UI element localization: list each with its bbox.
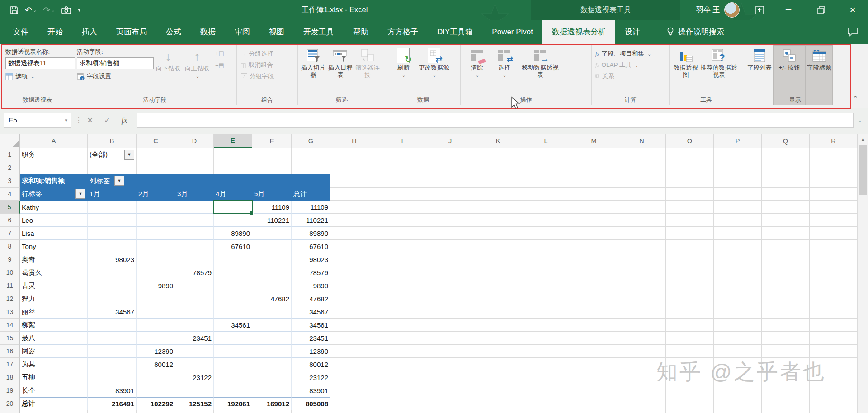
cell-H2[interactable] [330, 161, 378, 174]
cell-F15[interactable] [252, 332, 292, 345]
cell-K14[interactable] [474, 319, 522, 332]
row-header-18[interactable]: 18 [0, 371, 20, 384]
cell-O11[interactable] [666, 279, 714, 292]
cell-B18[interactable] [88, 371, 137, 384]
row-header-12[interactable]: 12 [0, 292, 20, 305]
cell-G17[interactable]: 80012 [292, 358, 330, 371]
cell-Q4[interactable] [762, 188, 810, 201]
cell-R14[interactable] [810, 319, 858, 332]
cell-G2[interactable] [292, 161, 330, 174]
cell-J14[interactable] [426, 319, 474, 332]
cell-F14[interactable] [252, 319, 292, 332]
cell-H21[interactable] [330, 410, 378, 413]
cell-B15[interactable] [88, 332, 137, 345]
cell-I4[interactable] [378, 188, 426, 201]
cell-K19[interactable] [474, 384, 522, 397]
tab-公式[interactable]: 公式 [156, 20, 191, 44]
cell-E6[interactable] [214, 214, 252, 227]
cell-I2[interactable] [378, 161, 426, 174]
tab-页面布局[interactable]: 页面布局 [107, 20, 156, 44]
cell-O3[interactable] [666, 174, 714, 188]
name-box[interactable]: E5 ▾ [4, 113, 71, 128]
cell-D10[interactable]: 78579 [175, 266, 214, 279]
cell-Q10[interactable] [762, 266, 810, 279]
cell-B4[interactable]: 1月 [88, 188, 137, 201]
cell-I9[interactable] [378, 253, 426, 266]
ribbon-display-options-button[interactable] [747, 0, 772, 20]
cell-E14[interactable]: 34561 [214, 319, 252, 332]
cell-L3[interactable] [522, 174, 570, 188]
cell-L4[interactable] [522, 188, 570, 201]
cell-G21[interactable] [292, 410, 330, 413]
cell-D12[interactable] [175, 292, 214, 305]
cell-A7[interactable]: Lisa [20, 227, 88, 240]
tab-数据[interactable]: 数据 [191, 20, 225, 44]
cell-A18[interactable]: 五柳 [20, 371, 88, 384]
pivot-name-input[interactable] [5, 57, 75, 69]
cell-F4[interactable]: 5月 [252, 188, 292, 201]
cell-N20[interactable] [618, 397, 666, 410]
column-header-M[interactable]: M [570, 134, 618, 148]
options-button[interactable]: 选项 ⌄ [5, 72, 73, 80]
cell-C18[interactable] [137, 371, 175, 384]
cell-H11[interactable] [330, 279, 378, 292]
cell-I15[interactable] [378, 332, 426, 345]
cell-E2[interactable] [214, 161, 252, 174]
cell-J11[interactable] [426, 279, 474, 292]
column-header-O[interactable]: O [666, 134, 714, 148]
insert-function-icon[interactable]: fx [117, 113, 132, 128]
cell-C11[interactable]: 9890 [137, 279, 175, 292]
cell-Q13[interactable] [762, 305, 810, 319]
cell-I8[interactable] [378, 240, 426, 253]
cell-N7[interactable] [618, 227, 666, 240]
filter-dropdown-icon[interactable]: ▼ [75, 189, 85, 199]
cell-M10[interactable] [570, 266, 618, 279]
cell-M2[interactable] [570, 161, 618, 174]
cell-P15[interactable] [714, 332, 762, 345]
cell-B14[interactable] [88, 319, 137, 332]
cell-Q7[interactable] [762, 227, 810, 240]
cell-L10[interactable] [522, 266, 570, 279]
cell-H1[interactable] [330, 148, 378, 161]
tab-插入[interactable]: 插入 [72, 20, 107, 44]
cell-O21[interactable] [666, 410, 714, 413]
cell-A9[interactable]: 奥奇 [20, 253, 88, 266]
cell-H13[interactable] [330, 305, 378, 319]
cell-D17[interactable] [175, 358, 214, 371]
cell-B6[interactable] [88, 214, 137, 227]
cell-M8[interactable] [570, 240, 618, 253]
row-header-10[interactable]: 10 [0, 266, 20, 279]
cell-B2[interactable] [88, 161, 137, 174]
cell-M21[interactable] [570, 410, 618, 413]
cell-R5[interactable] [810, 201, 858, 214]
cell-N11[interactable] [618, 279, 666, 292]
cell-P10[interactable] [714, 266, 762, 279]
cell-G4[interactable]: 总计 [292, 188, 330, 201]
cell-K2[interactable] [474, 161, 522, 174]
cell-E16[interactable] [214, 345, 252, 358]
cell-K21[interactable] [474, 410, 522, 413]
tab-开发工具[interactable]: 开发工具 [294, 20, 344, 44]
cell-J15[interactable] [426, 332, 474, 345]
cell-L8[interactable] [522, 240, 570, 253]
cell-E18[interactable] [214, 371, 252, 384]
cell-G13[interactable]: 34567 [292, 305, 330, 319]
cell-P13[interactable] [714, 305, 762, 319]
row-header-5[interactable]: 5 [0, 201, 20, 214]
tab-Power Pivot[interactable]: Power Pivot [482, 20, 542, 44]
cell-N8[interactable] [618, 240, 666, 253]
cell-N15[interactable] [618, 332, 666, 345]
camera-icon[interactable] [61, 6, 71, 14]
cell-M16[interactable] [570, 345, 618, 358]
cell-Q21[interactable] [762, 410, 810, 413]
cell-I18[interactable] [378, 371, 426, 384]
cell-D18[interactable]: 23122 [175, 371, 214, 384]
expand-formula-bar-icon[interactable]: ⌄ [858, 117, 862, 123]
cell-L1[interactable] [522, 148, 570, 161]
cell-I20[interactable] [378, 397, 426, 410]
cell-L7[interactable] [522, 227, 570, 240]
cell-C8[interactable] [137, 240, 175, 253]
cell-A16[interactable]: 网迩 [20, 345, 88, 358]
cell-N9[interactable] [618, 253, 666, 266]
cell-N5[interactable] [618, 201, 666, 214]
